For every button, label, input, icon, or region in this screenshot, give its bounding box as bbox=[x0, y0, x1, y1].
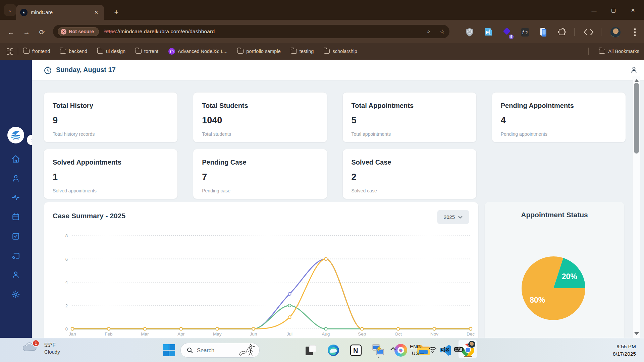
remote-desktop-icon[interactable] bbox=[370, 342, 386, 358]
tray-chevron-up-icon[interactable] bbox=[390, 347, 396, 351]
back-button[interactable]: ← bbox=[5, 26, 17, 38]
battery-charging-icon[interactable] bbox=[454, 346, 464, 352]
svg-text:Nov: Nov bbox=[430, 331, 438, 337]
svg-text:Oct: Oct bbox=[395, 331, 402, 337]
svg-text:2: 2 bbox=[65, 303, 68, 308]
taskbar-weather-widget[interactable]: 1 55°F Cloudy bbox=[22, 342, 60, 355]
appointment-status-panel: Appointment Status 80%20% bbox=[485, 202, 624, 353]
svg-text:Jul: Jul bbox=[287, 331, 292, 337]
folder-icon bbox=[237, 49, 244, 54]
svg-text:8: 8 bbox=[65, 233, 68, 238]
blue-phone-extension-icon[interactable] bbox=[538, 26, 549, 38]
apps-grid-icon[interactable] bbox=[7, 48, 13, 55]
volume-muted-icon[interactable] bbox=[441, 346, 449, 353]
new-tab-button[interactable]: + bbox=[111, 7, 121, 17]
sidebar-item-activity[interactable] bbox=[9, 191, 22, 204]
extensions-puzzle-icon[interactable] bbox=[556, 26, 568, 38]
window-close-button[interactable]: ✕ bbox=[625, 5, 641, 15]
address-bar[interactable]: ✕ Not secure https://mindcare.darelkubra… bbox=[53, 25, 449, 38]
bookmark-star-icon[interactable]: ☆ bbox=[440, 28, 445, 35]
edge-browser-icon[interactable] bbox=[325, 342, 341, 358]
not-secure-chip[interactable]: ✕ Not secure bbox=[58, 27, 99, 36]
dashboard-header: Sunday, August 17 bbox=[32, 60, 644, 80]
chrome-profile-badge bbox=[468, 341, 476, 348]
weather-condition: Cloudy bbox=[44, 349, 60, 355]
scroll-up-arrow[interactable] bbox=[634, 79, 639, 82]
svg-text:Apr: Apr bbox=[177, 331, 185, 337]
sidebar-item-screen-share[interactable] bbox=[9, 249, 22, 262]
tab-title: mindCare bbox=[31, 9, 89, 15]
dashboard-content: Total History9Total history records Tota… bbox=[32, 80, 644, 338]
app-sidebar: › bbox=[0, 60, 32, 338]
bookmark-folder-scholarship[interactable]: scholarship bbox=[324, 49, 357, 54]
svg-text:0: 0 bbox=[65, 326, 68, 331]
sidebar-item-tasks[interactable] bbox=[9, 230, 22, 243]
taskbar-search-box[interactable]: Search bbox=[180, 343, 260, 358]
f-question-extension-icon[interactable]: f? bbox=[519, 26, 531, 38]
adblock-shield-extension-icon[interactable] bbox=[464, 26, 475, 38]
purple-diamond-extension-icon[interactable]: 9 bbox=[501, 26, 512, 38]
svg-text:F: F bbox=[486, 29, 489, 35]
start-button[interactable] bbox=[161, 342, 177, 358]
stat-card-solved-case: Solved Case2Solved case bbox=[342, 149, 477, 199]
browser-tab[interactable]: ▲ mindCare ✕ bbox=[16, 5, 104, 20]
sidebar-item-students[interactable] bbox=[9, 172, 22, 185]
window-maximize-button[interactable]: ▢ bbox=[606, 5, 621, 15]
svg-text:N: N bbox=[353, 347, 358, 354]
notion-app-icon[interactable]: N bbox=[348, 342, 364, 358]
bookmarks-bar: frontend backend ui design torrent Advan… bbox=[0, 43, 644, 60]
forward-button[interactable]: → bbox=[21, 26, 32, 38]
case-summary-line-chart: 02468JanFebMarAprMayJunJulAugSepOctNovDe… bbox=[44, 202, 479, 353]
page-scrollbar[interactable] bbox=[633, 76, 640, 338]
svg-text:May: May bbox=[213, 331, 222, 337]
folder-icon bbox=[136, 49, 142, 54]
bookmark-folder-backend[interactable]: backend bbox=[60, 49, 87, 54]
svg-text:4: 4 bbox=[65, 280, 68, 285]
folder-icon bbox=[60, 49, 66, 54]
svg-text:Mar: Mar bbox=[141, 331, 149, 337]
fonts-extension-icon[interactable]: F bbox=[482, 26, 494, 38]
sidebar-item-settings[interactable] bbox=[9, 288, 22, 301]
language-indicator[interactable]: ENGUS bbox=[410, 343, 421, 357]
sidebar-item-profile[interactable] bbox=[9, 268, 22, 281]
profile-avatar[interactable] bbox=[610, 26, 621, 38]
scrollbar-thumb[interactable] bbox=[634, 83, 639, 154]
stat-card-pending-case: Pending Case7Pending case bbox=[193, 149, 327, 199]
tray-time: 9:55 PM bbox=[613, 343, 636, 350]
sidebar-item-calendar[interactable] bbox=[9, 210, 22, 223]
scroll-down-arrow[interactable] bbox=[634, 332, 639, 335]
window-minimize-button[interactable]: — bbox=[586, 5, 602, 15]
svg-text:Aug: Aug bbox=[322, 331, 330, 337]
tab-search-button[interactable]: ⌄ bbox=[4, 4, 16, 16]
folder-icon bbox=[291, 49, 297, 54]
stat-card-total-students: Total Students1040Total students bbox=[193, 92, 327, 142]
bookmark-folder-testing[interactable]: testing bbox=[291, 49, 314, 54]
taskbar-clock[interactable]: 9:55 PM 8/17/2025 bbox=[613, 343, 636, 358]
search-icon bbox=[187, 347, 193, 353]
bookmark-folder-ui-design[interactable]: ui design bbox=[97, 49, 125, 54]
svg-text:Sep: Sep bbox=[358, 331, 366, 337]
reload-button[interactable]: ⟳ bbox=[36, 26, 48, 38]
svg-text:6: 6 bbox=[65, 257, 68, 262]
photos-app-icon[interactable] bbox=[303, 342, 319, 358]
browser-tab-strip: ⌄ ▲ mindCare ✕ + — ▢ ✕ bbox=[0, 0, 644, 20]
bookmark-folder-torrent[interactable]: torrent bbox=[136, 49, 158, 54]
mindcare-logo[interactable] bbox=[7, 127, 24, 143]
zoom-out-icon[interactable]: ⌕ bbox=[427, 28, 430, 35]
active-app-indicator bbox=[464, 356, 472, 357]
page-date: Sunday, August 17 bbox=[56, 66, 116, 74]
all-bookmarks-button[interactable]: All Bookmarks bbox=[588, 48, 639, 55]
svg-text:Jun: Jun bbox=[250, 331, 257, 337]
dev-code-icon[interactable] bbox=[583, 26, 594, 38]
bookmark-folder-frontend[interactable]: frontend bbox=[23, 49, 50, 54]
extension-badge: 9 bbox=[509, 35, 514, 39]
header-user-icon[interactable] bbox=[630, 66, 638, 74]
bookmark-advanced-nodejs[interactable]: Advanced NodeJS: L... bbox=[168, 48, 227, 55]
bookmark-folder-portfolio-sample[interactable]: portfolio sample bbox=[237, 49, 280, 54]
stat-card-total-appointments: Total Appointments5Total appointments bbox=[342, 92, 477, 142]
browser-menu-icon[interactable] bbox=[629, 26, 641, 38]
tab-close-icon[interactable]: ✕ bbox=[93, 9, 100, 16]
wifi-icon[interactable] bbox=[429, 346, 437, 353]
windows-taskbar: 1 55°F Cloudy Search N bbox=[0, 338, 644, 362]
sidebar-item-home[interactable] bbox=[9, 153, 22, 165]
